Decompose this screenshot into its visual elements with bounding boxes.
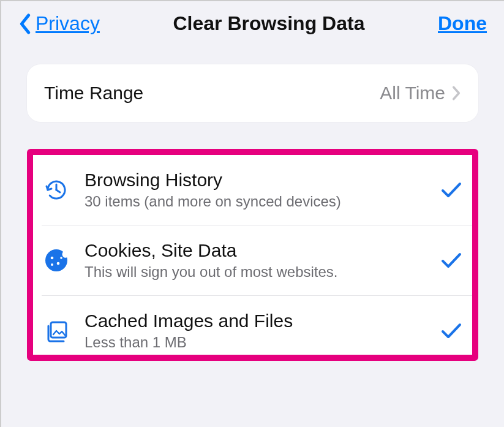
- svg-point-3: [51, 263, 53, 266]
- time-range-label: Time Range: [44, 83, 143, 104]
- history-icon: [42, 176, 71, 203]
- time-range-value: All Time: [380, 83, 445, 104]
- image-stack-icon: [42, 317, 71, 344]
- chevron-left-icon: [18, 13, 32, 34]
- chevron-right-icon: [451, 85, 461, 101]
- time-range-card: Time Range All Time: [27, 64, 478, 122]
- options-highlight: Browsing History 30 items (and more on s…: [27, 149, 478, 361]
- header-bar: Privacy Clear Browsing Data Done: [1, 1, 504, 64]
- svg-point-1: [51, 257, 54, 260]
- option-cookies[interactable]: Cookies, Site Data This will sign you ou…: [33, 225, 472, 295]
- option-cached[interactable]: Cached Images and Files Less than 1 MB: [33, 296, 472, 355]
- back-button[interactable]: Privacy: [18, 12, 100, 35]
- done-button[interactable]: Done: [438, 12, 487, 35]
- svg-point-2: [57, 262, 60, 265]
- option-subtitle: This will sign you out of most websites.: [85, 263, 427, 281]
- checkmark-icon: [440, 322, 462, 340]
- option-title: Cookies, Site Data: [85, 240, 427, 261]
- time-range-row[interactable]: Time Range All Time: [27, 64, 478, 122]
- page-title: Clear Browsing Data: [100, 12, 438, 35]
- cookie-icon: [42, 248, 71, 273]
- svg-rect-5: [51, 322, 66, 338]
- back-label: Privacy: [36, 12, 100, 35]
- content-area: Time Range All Time Browsing History: [1, 64, 504, 361]
- option-subtitle: Less than 1 MB: [85, 334, 427, 351]
- svg-point-4: [60, 257, 62, 259]
- option-title: Browsing History: [85, 170, 427, 191]
- checkmark-icon: [440, 251, 462, 270]
- option-title: Cached Images and Files: [85, 311, 427, 331]
- option-text: Cookies, Site Data This will sign you ou…: [85, 240, 427, 281]
- checkmark-icon: [440, 181, 462, 199]
- option-text: Cached Images and Files Less than 1 MB: [85, 311, 427, 351]
- option-browsing-history[interactable]: Browsing History 30 items (and more on s…: [33, 155, 472, 225]
- option-text: Browsing History 30 items (and more on s…: [85, 170, 427, 210]
- option-subtitle: 30 items (and more on synced devices): [85, 193, 427, 210]
- time-range-value-wrap: All Time: [380, 83, 461, 104]
